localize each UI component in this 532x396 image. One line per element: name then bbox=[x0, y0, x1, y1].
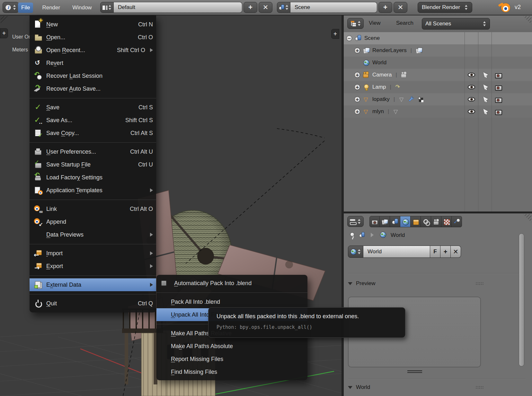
menu-item-recover-last-session[interactable]: Recover Last Session bbox=[30, 69, 156, 82]
menu-item-quit[interactable]: Quit Ctrl Q bbox=[30, 297, 156, 310]
scenes-filter-dropdown[interactable]: All Scenes bbox=[422, 18, 490, 30]
breadcrumb-arrow-icon bbox=[371, 233, 374, 237]
selectability-cursor-icon[interactable] bbox=[482, 96, 488, 103]
quit-power-icon bbox=[34, 299, 42, 308]
menu-render[interactable]: Render bbox=[39, 3, 63, 13]
render-camera-icon[interactable] bbox=[495, 109, 501, 114]
outliner-view-menu[interactable]: View bbox=[369, 20, 381, 26]
scrollbar[interactable] bbox=[519, 233, 524, 366]
editor-type-selector[interactable]: i bbox=[3, 2, 19, 13]
panel-drag-grip[interactable] bbox=[475, 282, 484, 285]
menu-item-save-copy[interactable]: Save Copy... Ctrl Alt S bbox=[30, 127, 156, 140]
outliner-row-world[interactable]: World bbox=[344, 57, 532, 69]
render-camera-icon[interactable] bbox=[495, 97, 501, 102]
menu-item-automatically-pack[interactable]: Automatically Pack Into .blend bbox=[156, 277, 307, 290]
screen-layout-name-field[interactable]: Default bbox=[114, 2, 242, 13]
tab-render-layers[interactable] bbox=[380, 216, 390, 227]
preview-section-header[interactable]: Preview bbox=[348, 279, 526, 288]
tab-texture[interactable] bbox=[441, 216, 452, 227]
fake-user-button[interactable]: F bbox=[430, 246, 440, 258]
expand-icon[interactable] bbox=[354, 48, 360, 53]
tab-object-data[interactable] bbox=[431, 216, 441, 227]
editor-type-properties[interactable] bbox=[347, 216, 364, 227]
world-browse-button[interactable] bbox=[348, 246, 363, 258]
collapse-icon[interactable] bbox=[346, 35, 352, 41]
camera-data-icon bbox=[401, 72, 407, 78]
add-layout-button[interactable]: + bbox=[244, 2, 257, 13]
menu-item-make-paths-absolute[interactable]: Make All Paths Absolute bbox=[156, 340, 307, 353]
menu-item-export[interactable]: Export bbox=[30, 260, 156, 273]
corner-resize-grip[interactable] bbox=[523, 214, 531, 222]
menu-item-append[interactable]: Append bbox=[30, 215, 156, 228]
outliner-search-menu[interactable]: Search bbox=[396, 20, 413, 26]
expand-icon[interactable] bbox=[354, 109, 360, 114]
checkbox-unchecked-icon[interactable] bbox=[161, 280, 167, 286]
menu-item-report-missing-files[interactable]: Report Missing Files bbox=[156, 353, 307, 365]
tab-scene[interactable] bbox=[390, 216, 400, 227]
scene-name-field[interactable]: Scene bbox=[290, 2, 377, 13]
screen-layout-browse-button[interactable] bbox=[100, 2, 114, 13]
menu-file[interactable]: File bbox=[18, 3, 33, 13]
world-name-field[interactable]: World bbox=[363, 246, 430, 258]
updown-arrows-icon bbox=[358, 219, 361, 224]
delete-scene-button[interactable]: ✕ bbox=[394, 2, 407, 13]
outliner-row-renderlayers[interactable]: RenderLayers | bbox=[344, 44, 532, 57]
render-engine-dropdown[interactable]: Blender Render bbox=[418, 2, 472, 13]
expand-icon[interactable] bbox=[354, 72, 360, 78]
visibility-eye-icon[interactable] bbox=[468, 73, 475, 77]
menu-item-new[interactable]: New Ctrl N bbox=[30, 18, 156, 31]
scene-browse-button[interactable] bbox=[277, 2, 290, 13]
menu-item-find-missing-files[interactable]: Find Missing Files bbox=[156, 365, 307, 378]
tab-world[interactable] bbox=[400, 216, 411, 227]
visibility-eye-icon[interactable] bbox=[468, 97, 475, 102]
unlink-world-button[interactable]: ✕ bbox=[451, 246, 461, 258]
menu-item-save[interactable]: Save Ctrl S bbox=[30, 101, 156, 114]
add-scene-button[interactable]: + bbox=[378, 2, 392, 13]
editor-type-outliner[interactable] bbox=[347, 18, 364, 29]
delete-layout-button[interactable]: ✕ bbox=[259, 2, 272, 13]
render-camera-icon[interactable] bbox=[495, 72, 501, 77]
menu-item-pack-all[interactable]: Pack All Into .blend bbox=[156, 295, 307, 308]
add-world-button[interactable]: + bbox=[440, 246, 451, 258]
panel-border[interactable] bbox=[341, 15, 344, 396]
outliner-row-lopatky[interactable]: lopatky | bbox=[344, 93, 532, 105]
properties-shelf-open-button[interactable]: + bbox=[331, 29, 339, 39]
visibility-eye-icon[interactable] bbox=[468, 109, 475, 114]
menu-item-link[interactable]: Link Ctrl Alt O bbox=[30, 203, 156, 215]
menu-item-open[interactable]: Open... Ctrl O bbox=[30, 31, 156, 44]
menu-item-revert[interactable]: Revert bbox=[30, 57, 156, 69]
preview-resize-handle[interactable] bbox=[407, 370, 422, 373]
world-section-header[interactable]: World bbox=[348, 382, 526, 392]
menu-item-data-previews[interactable]: Data Previews bbox=[30, 228, 156, 241]
selectability-cursor-icon[interactable] bbox=[482, 72, 488, 78]
tab-physics[interactable] bbox=[452, 216, 462, 227]
outliner-row-mlyn[interactable]: mlyn | bbox=[344, 105, 532, 118]
expand-icon[interactable] bbox=[354, 96, 360, 102]
visibility-eye-icon[interactable] bbox=[468, 85, 475, 89]
menu-item-open-recent[interactable]: Open Recent... Shift Ctrl O bbox=[30, 44, 156, 57]
render-camera-icon[interactable] bbox=[495, 85, 501, 90]
toolshelf-open-button[interactable]: + bbox=[0, 28, 8, 38]
updown-arrows-icon bbox=[465, 4, 468, 10]
menu-item-user-preferences[interactable]: User Preferences... Ctrl Alt U bbox=[30, 145, 156, 158]
expand-icon[interactable] bbox=[354, 84, 360, 90]
menu-window[interactable]: Window bbox=[69, 3, 95, 13]
menu-item-recover-auto-save[interactable]: Recover Auto Save... bbox=[30, 82, 156, 95]
tab-constraints[interactable] bbox=[421, 216, 431, 227]
menu-item-import[interactable]: Import bbox=[30, 247, 156, 260]
tab-render[interactable] bbox=[369, 216, 380, 227]
menu-item-external-data[interactable]: External Data bbox=[30, 278, 156, 291]
selectability-cursor-icon[interactable] bbox=[482, 108, 488, 115]
outliner-row-lamp[interactable]: Lamp | bbox=[344, 81, 532, 93]
outliner-row-camera[interactable]: Camera | bbox=[344, 69, 532, 81]
menu-item-save-startup-file[interactable]: Save Startup File Ctrl U bbox=[30, 158, 156, 171]
pin-icon[interactable] bbox=[349, 232, 356, 240]
menu-item-save-as[interactable]: Save As... Shift Ctrl S bbox=[30, 114, 156, 127]
selectability-cursor-icon[interactable] bbox=[482, 84, 488, 90]
menu-item-application-templates[interactable]: Application Templates bbox=[30, 184, 156, 197]
tab-object[interactable] bbox=[411, 216, 421, 227]
menu-item-load-factory-settings[interactable]: Load Factory Settings bbox=[30, 171, 156, 184]
outliner-row-scene[interactable]: Scene bbox=[344, 32, 532, 44]
panel-drag-grip[interactable] bbox=[475, 386, 484, 389]
lamp-data-icon bbox=[395, 84, 402, 90]
